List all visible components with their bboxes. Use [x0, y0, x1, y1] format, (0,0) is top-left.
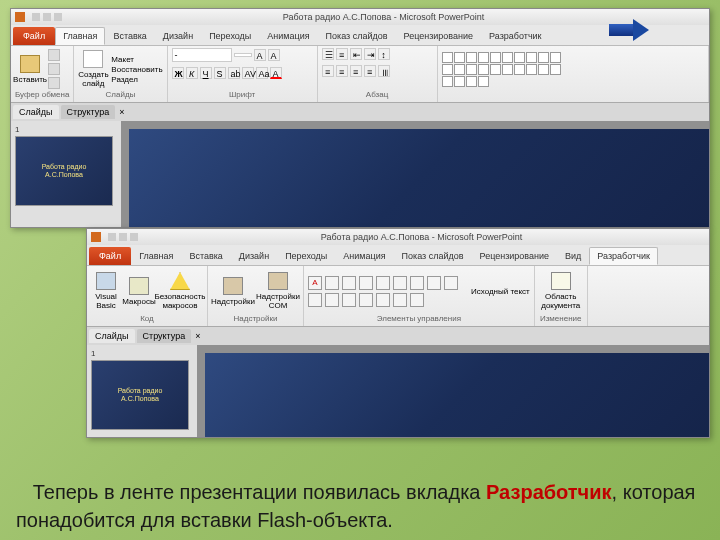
- tab-view[interactable]: Вид: [557, 247, 589, 265]
- view-code-button[interactable]: Исходный текст: [471, 287, 530, 296]
- case-icon[interactable]: Aa: [256, 67, 268, 79]
- slide-thumbnail[interactable]: Работа радио А.С.Попова: [91, 360, 189, 430]
- tab-animation[interactable]: Анимация: [259, 27, 317, 45]
- tab-slideshow[interactable]: Показ слайдов: [394, 247, 472, 265]
- slides-tab[interactable]: Слайды: [13, 105, 59, 119]
- panel-close-icon[interactable]: ×: [193, 329, 202, 343]
- tab-insert[interactable]: Вставка: [105, 27, 154, 45]
- outline-tab[interactable]: Структура: [61, 105, 116, 119]
- tab-home[interactable]: Главная: [55, 27, 105, 45]
- group-code: Visual Basic Макросы Безопасность макрос…: [87, 266, 208, 326]
- instruction-caption: Теперь в ленте презентации появилась вкл…: [16, 478, 704, 534]
- document-panel-button[interactable]: Область документа: [539, 271, 583, 311]
- indent-inc-icon[interactable]: ⇥: [364, 48, 376, 60]
- tab-design[interactable]: Дизайн: [155, 27, 201, 45]
- bold-icon[interactable]: Ж: [172, 67, 184, 79]
- copy-icon: [48, 63, 60, 75]
- reset-option[interactable]: Восстановить: [111, 65, 162, 74]
- columns-icon[interactable]: ⫼: [378, 65, 390, 77]
- group-clipboard: Вставить Буфер обмена: [11, 46, 74, 102]
- group-paragraph: ☰ ≡ ⇤ ⇥ ↕ ≡ ≡ ≡ ≡ ⫼ Абзац: [318, 46, 438, 102]
- paste-button[interactable]: Вставить: [15, 49, 45, 89]
- spacing-icon[interactable]: AV: [242, 67, 254, 79]
- shrink-font-icon[interactable]: A: [268, 49, 280, 61]
- file-tab[interactable]: Файл: [89, 247, 131, 265]
- controls-gallery[interactable]: A: [308, 276, 468, 307]
- tab-review[interactable]: Рецензирование: [396, 27, 482, 45]
- tab-transitions[interactable]: Переходы: [277, 247, 335, 265]
- tab-home[interactable]: Главная: [131, 247, 181, 265]
- slides-tab[interactable]: Слайды: [89, 329, 135, 343]
- italic-icon[interactable]: К: [186, 67, 198, 79]
- title-bar: Работа радио А.С.Попова - Microsoft Powe…: [87, 229, 709, 245]
- section-option[interactable]: Раздел: [111, 75, 162, 84]
- layout-option[interactable]: Макет: [111, 55, 162, 64]
- tab-developer[interactable]: Разработчик: [589, 247, 657, 265]
- window-title: Работа радио А.С.Попова - Microsoft Powe…: [138, 232, 705, 242]
- outline-tab[interactable]: Структура: [137, 329, 192, 343]
- thumb-number: 1: [15, 125, 117, 134]
- clipboard-small[interactable]: [48, 49, 60, 89]
- thumbnail-panel: 1 Работа радио А.С.Попова: [87, 345, 197, 438]
- strike-icon[interactable]: S: [214, 67, 226, 79]
- group-modify: Область документа Изменение: [535, 266, 588, 326]
- slide-editor[interactable]: [121, 121, 709, 227]
- tab-design[interactable]: Дизайн: [231, 247, 277, 265]
- font-color-icon[interactable]: A: [270, 67, 282, 79]
- justify-icon[interactable]: ≡: [364, 65, 376, 77]
- ribbon-home: Вставить Буфер обмена Создать слайд Маке…: [11, 45, 709, 103]
- quick-access-toolbar[interactable]: [108, 233, 138, 241]
- title-bar: Работа радио А.С.Попова - Microsoft Powe…: [11, 9, 709, 25]
- tab-slideshow[interactable]: Показ слайдов: [318, 27, 396, 45]
- indent-dec-icon[interactable]: ⇤: [350, 48, 362, 60]
- workspace: 1 Работа радио А.С.Попова: [11, 121, 709, 227]
- line-spacing-icon[interactable]: ↕: [378, 48, 390, 60]
- tab-insert[interactable]: Вставка: [181, 247, 230, 265]
- current-slide: [129, 129, 709, 227]
- callout-arrow: [609, 19, 649, 41]
- addins-button[interactable]: Надстройки: [212, 271, 254, 311]
- shapes-gallery[interactable]: [442, 52, 562, 87]
- underline-icon[interactable]: Ч: [200, 67, 212, 79]
- macros-button[interactable]: Макросы: [124, 271, 154, 311]
- slide-panel-tabs: Слайды Структура ×: [87, 327, 709, 345]
- current-slide: [205, 353, 709, 438]
- group-controls: A Исходный текст Элементы управления: [304, 266, 535, 326]
- file-tab[interactable]: Файл: [13, 27, 55, 45]
- powerpoint-developer-screenshot: Работа радио А.С.Попова - Microsoft Powe…: [86, 228, 710, 438]
- numbering-icon[interactable]: ≡: [336, 48, 348, 60]
- ribbon-developer: Visual Basic Макросы Безопасность макрос…: [87, 265, 709, 327]
- bullets-icon[interactable]: ☰: [322, 48, 334, 60]
- font-size-box[interactable]: [234, 53, 252, 57]
- app-icon: [15, 12, 25, 22]
- slide-panel-tabs: Слайды Структура ×: [11, 103, 709, 121]
- group-font: - A A Ж К Ч S ab AV Aa A Шрифт: [168, 46, 318, 102]
- align-center-icon[interactable]: ≡: [336, 65, 348, 77]
- macro-security-button[interactable]: Безопасность макросов: [157, 271, 203, 311]
- slide-thumbnail[interactable]: Работа радио А.С.Попова: [15, 136, 113, 206]
- format-painter-icon: [48, 77, 60, 89]
- thumb-number: 1: [91, 349, 193, 358]
- powerpoint-home-screenshot: Работа радио А.С.Попова - Microsoft Powe…: [10, 8, 710, 228]
- shadow-icon[interactable]: ab: [228, 67, 240, 79]
- tab-transitions[interactable]: Переходы: [201, 27, 259, 45]
- slide-editor[interactable]: [197, 345, 709, 438]
- panel-close-icon[interactable]: ×: [117, 105, 126, 119]
- tab-review[interactable]: Рецензирование: [472, 247, 558, 265]
- align-right-icon[interactable]: ≡: [350, 65, 362, 77]
- grow-font-icon[interactable]: A: [254, 49, 266, 61]
- group-slides: Создать слайд Макет Восстановить Раздел …: [74, 46, 167, 102]
- quick-access-toolbar[interactable]: [32, 13, 62, 21]
- cut-icon: [48, 49, 60, 61]
- tab-animation[interactable]: Анимация: [335, 247, 393, 265]
- group-addins: Надстройки Надстройки COM Надстройки: [208, 266, 304, 326]
- thumbnail-panel: 1 Работа радио А.С.Попова: [11, 121, 121, 227]
- com-addins-button[interactable]: Надстройки COM: [257, 271, 299, 311]
- visual-basic-button[interactable]: Visual Basic: [91, 271, 121, 311]
- app-icon: [91, 232, 101, 242]
- align-left-icon[interactable]: ≡: [322, 65, 334, 77]
- new-slide-button[interactable]: Создать слайд: [78, 49, 108, 89]
- tab-developer[interactable]: Разработчик: [481, 27, 549, 45]
- font-family-box[interactable]: -: [172, 48, 232, 62]
- ribbon-tabs: Файл Главная Вставка Дизайн Переходы Ани…: [87, 245, 709, 265]
